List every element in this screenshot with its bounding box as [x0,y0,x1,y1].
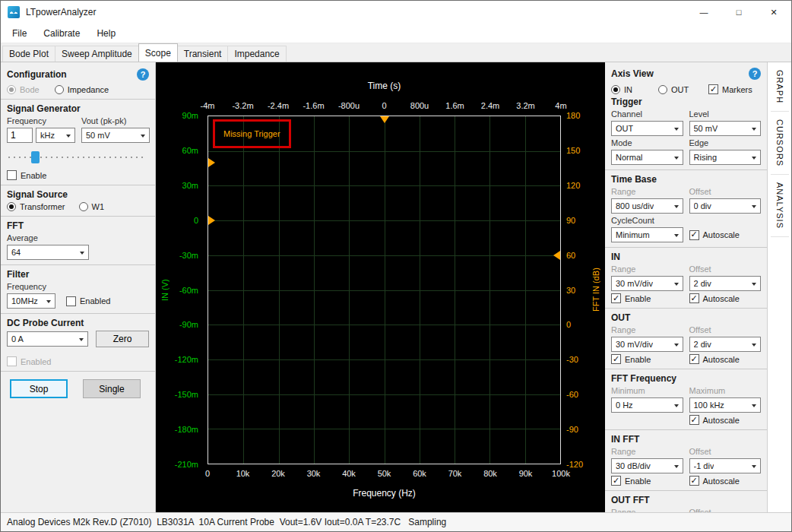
axis-out-radio[interactable]: OUT [658,85,705,94]
trigger-level-marker[interactable] [208,158,215,167]
in-enable-checkbox[interactable]: Enable [611,293,683,303]
dc-probe-enabled-checkbox: Enabled [7,356,149,366]
side-tab-graph[interactable]: GRAPH [771,62,789,112]
tick-label: -1.6m [303,101,324,110]
bode-radio: Bode [7,85,40,94]
tick-label: -4m [201,101,215,110]
in-fft-range-select[interactable]: 30 dB/div [611,458,683,473]
single-button[interactable]: Single [83,379,141,398]
tick-label: 20k [271,469,285,478]
tick-label: 30 [566,286,575,295]
in-offset-select[interactable]: 2 div [689,276,762,291]
in-fft-offset-select[interactable]: -1 div [689,458,762,473]
tab-sweep-amplitude[interactable]: Sweep Amplitude [55,46,139,62]
checkbox-box [689,230,699,240]
help-icon-configuration[interactable]: ? [137,68,149,81]
fft-frequency-maximum-select[interactable]: 100 kHz [689,397,762,413]
chevron-down-icon [752,128,756,131]
scope-plot: Time (s) -4m-3.2m-2.4m-1.6m-800u0800u1.6… [156,62,605,512]
divider [605,490,767,491]
signal-generator-enable-checkbox[interactable]: Enable [7,170,149,180]
configuration-panel: Configuration ? Bode Impedance Signal Ge… [1,62,156,512]
tick-label: -90 [566,425,578,434]
tab-transient[interactable]: Transient [177,46,229,62]
menu-help[interactable]: Help [88,24,124,43]
menu-file[interactable]: File [4,24,35,43]
in-fft-enable-checkbox[interactable]: Enable [611,476,683,486]
tick-label: 60 [566,251,575,260]
checkbox-box [708,84,718,94]
trigger-level-select[interactable]: 50 mV [689,121,762,136]
timebase-offset-select[interactable]: 0 div [689,198,762,214]
tick-label: -150m [175,390,198,399]
freq-axis-title: Frequency (Hz) [208,488,561,499]
filter-enabled-checkbox[interactable]: Enabled [66,296,110,306]
divider [1,264,155,265]
timebase-autoscale-checkbox[interactable]: Autoscale [689,230,762,240]
trigger-edge-select[interactable]: Rising [689,150,762,165]
in-fft-autoscale-checkbox[interactable]: Autoscale [689,476,762,486]
tick-label: -90m [179,320,198,329]
tab-scope[interactable]: Scope [138,43,178,62]
grid-line [489,116,490,464]
axis-view-header: Axis View [611,68,654,79]
markers-checkbox[interactable]: Markers [708,84,752,94]
vout-select[interactable]: 50 mV [81,128,150,143]
tick-label: -800u [338,101,360,110]
close-button[interactable]: ✕ [756,1,791,24]
help-icon-axis-view[interactable]: ? [749,68,761,80]
in-range-select[interactable]: 30 mV/div [611,276,683,291]
dc-probe-current-select[interactable]: 0 A [7,331,88,347]
trigger-mode-select[interactable]: Normal [611,150,683,165]
time-zero-marker[interactable] [380,116,389,123]
grid-line [455,116,455,464]
chevron-down-icon [752,157,756,160]
window-title: LTpowerAnalyzer [26,7,96,17]
divider [605,429,767,430]
side-tab-cursors[interactable]: CURSORS [771,112,789,175]
fft-average-select[interactable]: 64 [7,245,89,260]
trigger-channel-select[interactable]: OUT [611,121,683,136]
impedance-radio[interactable]: Impedance [55,85,109,94]
menu-calibrate[interactable]: Calibrate [35,24,88,43]
amplitude-slider[interactable] [8,150,144,165]
transformer-radio[interactable]: Transformer [7,202,65,211]
frequency-input[interactable] [7,128,33,143]
fft-offset-marker[interactable] [553,251,560,260]
stop-button[interactable]: Stop [10,379,68,398]
checkbox-box [66,296,76,306]
axis-in-radio[interactable]: IN [611,85,655,94]
fft-frequency-header: FFT Frequency [611,373,761,384]
minimize-button[interactable]: — [686,1,721,24]
frequency-unit-select[interactable]: kHz [36,128,75,143]
out-offset-select[interactable]: 2 div [689,337,762,352]
fft-frequency-autoscale-checkbox[interactable]: Autoscale [689,415,762,425]
side-tab-analysis[interactable]: ANALYSIS [771,175,789,237]
chevron-down-icon [141,135,145,138]
graph-area[interactable]: Missing Trigger [208,116,561,464]
timebase-range-select[interactable]: 800 us/div [611,198,683,214]
maximize-button[interactable]: □ [721,1,756,24]
out-fft-header: OUT FFT [611,495,761,505]
slider-thumb[interactable] [31,151,40,163]
out-range-select[interactable]: 30 mV/div [611,337,683,352]
w1-radio[interactable]: W1 [79,202,105,211]
tab-impedance[interactable]: Impedance [227,46,286,62]
divider [605,308,767,309]
filter-frequency-select[interactable]: 10MHz [7,293,55,309]
time-axis-title: Time (s) [208,81,561,91]
signal-generator-header: Signal Generator [7,103,149,114]
zero-button[interactable]: Zero [96,331,149,347]
time-axis-ticks: -4m-3.2m-2.4m-1.6m-800u0800u1.6m2.4m3.2m… [208,101,561,111]
fft-frequency-minimum-select[interactable]: 0 Hz [611,397,683,413]
cyclecount-select[interactable]: Minimum [611,227,683,242]
out-enable-checkbox[interactable]: Enable [611,354,683,364]
out-autoscale-checkbox[interactable]: Autoscale [689,354,762,364]
chevron-down-icon [79,338,84,341]
tab-bode-plot[interactable]: Bode Plot [2,46,55,62]
in-offset-marker[interactable] [208,216,215,225]
tick-label: 180 [566,111,580,120]
chevron-down-icon [674,283,679,286]
in-autoscale-checkbox[interactable]: Autoscale [689,293,762,303]
radio-dot [7,202,16,211]
